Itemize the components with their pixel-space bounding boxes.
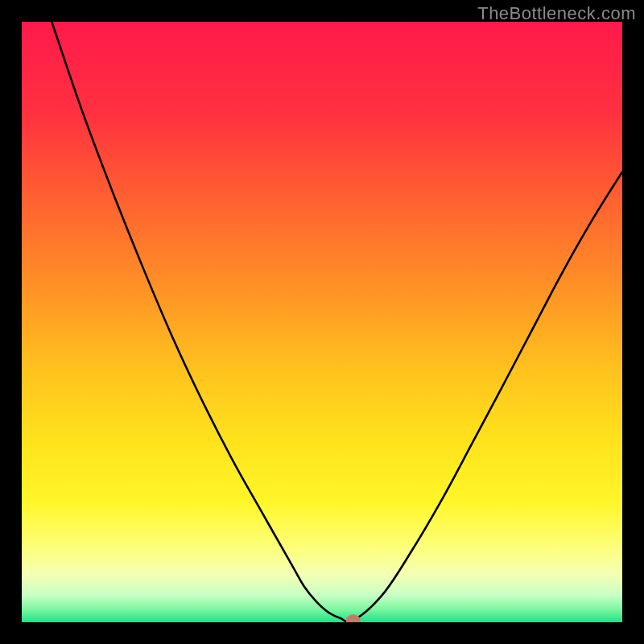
chart-frame: TheBottleneck.com (0, 0, 644, 644)
gradient-background (22, 22, 622, 622)
plot-area (22, 22, 622, 622)
chart-svg (22, 22, 622, 622)
watermark-text: TheBottleneck.com (477, 3, 636, 24)
